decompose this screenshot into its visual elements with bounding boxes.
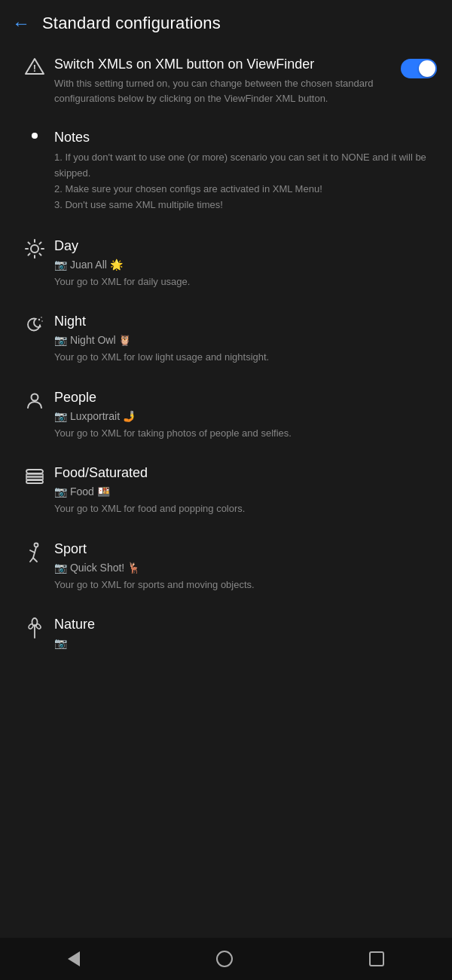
nature-title: Nature — [54, 616, 392, 633]
svg-point-27 — [28, 623, 34, 630]
note-line-1: 1. If you don't want to use one (or more… — [54, 152, 426, 179]
notes-section: Notes 1. If you don't want to use one (o… — [0, 118, 452, 225]
toggle-knob — [419, 60, 435, 77]
back-triangle-icon — [68, 951, 80, 966]
back-button[interactable]: ← — [12, 14, 30, 32]
page-title: Standard configurations — [42, 14, 221, 33]
xml-toggle-setting[interactable]: ! Switch XMLs on XML button on ViewFinde… — [0, 44, 452, 118]
nature-text: Nature 📷 — [54, 616, 437, 653]
day-value: 📷 Juan All 🌟 — [54, 258, 392, 273]
xml-toggle-control[interactable] — [401, 59, 437, 78]
nature-value: 📷 — [54, 636, 392, 651]
notes-bullet — [32, 133, 38, 139]
xml-toggle-description: With this setting turned on, you can cha… — [54, 76, 392, 106]
config-item-night[interactable]: Night 📷 Night Owl 🦉 Your go to XML for l… — [0, 301, 452, 376]
night-icon-col — [15, 313, 54, 337]
svg-line-7 — [29, 242, 30, 243]
night-description: Your go to XML for low light usage and n… — [54, 350, 392, 365]
nature-icon-col — [15, 616, 54, 642]
svg-line-21 — [30, 550, 35, 553]
toggle-switch[interactable] — [401, 59, 437, 78]
food-value: 📷 Food 🍱 — [54, 485, 392, 500]
navigation-bar — [0, 938, 452, 980]
header: ← Standard configurations — [0, 0, 452, 44]
food-title: Food/Saturated — [54, 464, 392, 482]
svg-line-9 — [39, 242, 41, 243]
svg-point-19 — [35, 543, 38, 547]
night-value: 📷 Night Owl 🦉 — [54, 333, 392, 348]
xml-toggle-title: Switch XMLs on XML button on ViewFinder — [54, 56, 392, 73]
day-text: Day 📷 Juan All 🌟 Your go to XML for dail… — [54, 237, 437, 289]
notes-bullet-col — [15, 130, 54, 139]
night-text: Night 📷 Night Owl 🦉 Your go to XML for l… — [54, 313, 437, 364]
food-description: Your go to XML for food and popping colo… — [54, 501, 392, 516]
svg-rect-17 — [26, 477, 43, 479]
sport-title: Sport — [54, 541, 392, 558]
sport-icon-col — [15, 541, 54, 566]
day-description: Your go to XML for daily usage. — [54, 274, 392, 289]
svg-line-10 — [29, 253, 30, 255]
svg-point-11 — [38, 319, 40, 320]
food-icon-col — [15, 464, 54, 488]
svg-rect-18 — [26, 480, 43, 483]
svg-point-14 — [32, 394, 38, 400]
svg-line-24 — [33, 558, 37, 562]
person-icon — [25, 390, 44, 413]
warning-icon: ! — [25, 57, 44, 75]
notes-body: 1. If you don't want to use one (or more… — [54, 150, 437, 213]
svg-point-28 — [35, 623, 41, 630]
svg-point-12 — [41, 317, 42, 318]
recents-square-icon — [369, 951, 384, 966]
sport-text: Sport 📷 Quick Shot! 🦌 Your go to XML for… — [54, 541, 437, 592]
svg-rect-16 — [26, 474, 43, 476]
burger-icon — [24, 466, 45, 488]
sport-icon — [25, 542, 44, 566]
config-item-day[interactable]: Day 📷 Juan All 🌟 Your go to XML for dail… — [0, 225, 452, 301]
svg-line-22 — [33, 553, 35, 558]
nav-recents-button[interactable] — [354, 944, 399, 974]
sport-value: 📷 Quick Shot! 🦌 — [54, 561, 392, 576]
sun-icon — [25, 239, 44, 262]
people-title: People — [54, 389, 392, 406]
svg-line-23 — [30, 558, 33, 562]
food-text: Food/Saturated 📷 Food 🍱 Your go to XML f… — [54, 464, 437, 516]
svg-rect-15 — [26, 470, 43, 473]
config-item-sport[interactable]: Sport 📷 Quick Shot! 🦌 Your go to XML for… — [0, 528, 452, 604]
svg-point-2 — [31, 245, 38, 253]
content-area: ! Switch XMLs on XML button on ViewFinde… — [0, 44, 452, 938]
note-line-2: 2. Make sure your chosen configs are act… — [54, 183, 322, 194]
svg-line-8 — [39, 253, 41, 255]
nav-back-button[interactable] — [53, 944, 95, 974]
home-circle-icon — [216, 951, 233, 967]
warning-icon-col: ! — [15, 56, 54, 75]
nav-home-button[interactable] — [201, 943, 248, 975]
people-text: People 📷 Luxportrait 🤳 Your go to XML fo… — [54, 389, 437, 440]
config-item-people[interactable]: People 📷 Luxportrait 🤳 Your go to XML fo… — [0, 377, 452, 452]
notes-title: Notes — [54, 130, 437, 145]
notes-text-col: Notes 1. If you don't want to use one (o… — [54, 130, 437, 213]
config-item-food[interactable]: Food/Saturated 📷 Food 🍱 Your go to XML f… — [0, 452, 452, 528]
sport-description: Your go to XML for sports and moving obj… — [54, 577, 392, 593]
svg-text:!: ! — [33, 63, 36, 74]
flower-icon — [25, 617, 44, 642]
xml-toggle-text: Switch XMLs on XML button on ViewFinder … — [54, 56, 437, 106]
day-title: Day — [54, 237, 392, 255]
night-title: Night — [54, 313, 392, 330]
svg-line-20 — [35, 547, 36, 553]
day-icon-col — [15, 237, 54, 262]
svg-point-13 — [41, 320, 43, 322]
config-item-nature[interactable]: Nature 📷 — [0, 604, 452, 656]
people-icon-col — [15, 389, 54, 413]
people-description: Your go to XML for taking photos of peop… — [54, 426, 392, 441]
moon-icon — [25, 314, 44, 337]
note-line-3: 3. Don't use same XML multipile times! — [54, 199, 223, 210]
people-value: 📷 Luxportrait 🤳 — [54, 409, 392, 424]
